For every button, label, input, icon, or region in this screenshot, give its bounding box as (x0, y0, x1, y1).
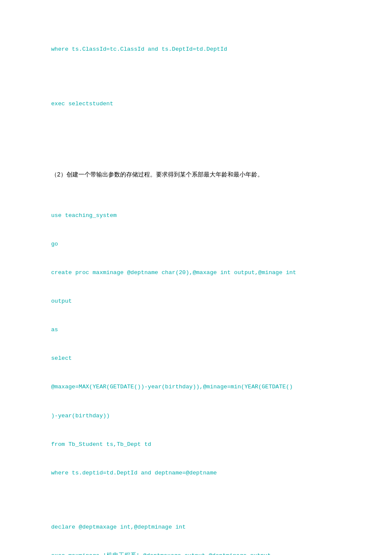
s2-line10: where ts.deptid=td.DeptId and deptname=@… (51, 468, 375, 478)
s2-line11: declare @deptmaxage int,@deptminage int (51, 523, 375, 532)
s2-line2: go (51, 240, 375, 249)
line-where-1: where ts.ClassId=tc.ClassId and ts.DeptI… (51, 45, 375, 54)
s2-line7: @maxage=MAX(YEAR(GETDATE())-year(birthda… (51, 382, 375, 392)
s2-line1: use teaching_system (51, 211, 375, 220)
s2-line5: as (51, 325, 375, 335)
s2-line3: create proc maxminage @deptname char(20)… (51, 268, 375, 278)
line-exec-1: exec selectstudent (51, 99, 375, 109)
s2-line6: select (51, 354, 375, 363)
s2-line12: exec maxminage '机电工程系',@deptmaxage outpu… (51, 551, 375, 555)
s2-line9: from Tb_Student ts,Tb_Dept td (51, 440, 375, 449)
s2-line4: output (51, 297, 375, 306)
s2-line8: )-year(birthday)) (51, 411, 375, 421)
section2-title: （2）创建一个带输出参数的存储过程。要求得到某个系部最大年龄和最小年龄。 (51, 169, 375, 180)
